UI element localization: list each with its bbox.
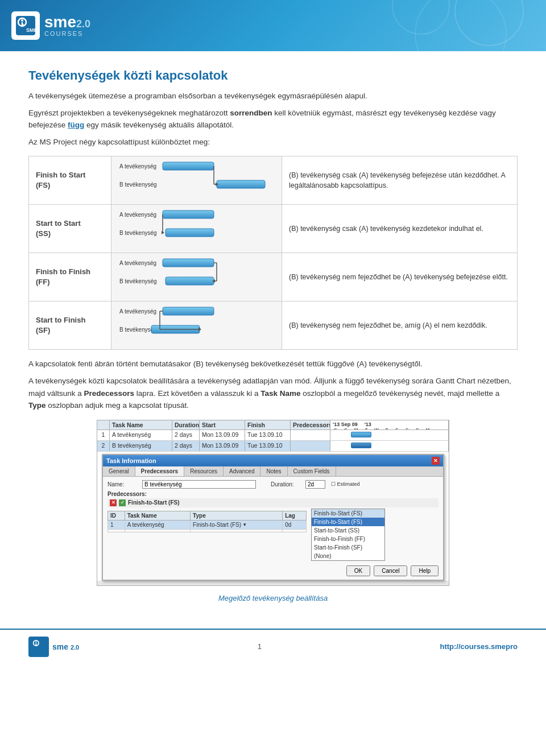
connection-row-ff: Finish to Finish(FF) A tevékenység B tev…: [29, 253, 517, 301]
conn-diagram-sf: A tevékenység B tevékenység: [111, 301, 282, 349]
logo-courses-text: courses: [44, 30, 90, 37]
dialog-pred-section-label: Predecessors:: [107, 491, 439, 497]
pred-cell-lag: 0d: [283, 520, 307, 529]
svg-text:A tevékenység: A tevékenység: [119, 308, 156, 315]
svg-rect-7: [163, 162, 214, 170]
logo-version: 2.0: [76, 18, 90, 30]
conn-desc-fs: (B) tevékenység csak (A) tevékenység bef…: [282, 156, 517, 204]
conn-label-fs: Finish to Start(FS): [29, 156, 111, 204]
pred-type-dropdown-arrow[interactable]: ▼: [242, 522, 247, 527]
dialog-tab-custom[interactable]: Custom Fields: [288, 466, 336, 476]
gantt-bar-b: [351, 443, 371, 448]
pred-header-row: ✕ ✓ Finish-to-Start (FS): [107, 498, 439, 507]
pred-cell-type: Finish-to-Start (FS) ▼: [191, 520, 283, 529]
svg-text:SME: SME: [26, 27, 36, 33]
conn-desc-ff: (B) tevékenység nem fejeződhet be (A) te…: [282, 253, 517, 301]
pred-row-empty: [108, 529, 307, 532]
pred-row-1[interactable]: 1 A tevékenység Finish-to-Start (FS) ▼ 0: [108, 520, 307, 529]
dialog-tab-general[interactable]: General: [103, 466, 135, 476]
msp-row-1: 1 A tevékenység 2 days Mon 13.09.09 Tue …: [97, 430, 449, 441]
dialog-name-label: Name:: [107, 481, 139, 488]
connection-row-fs: Finish to Start(FS) A tevékenység B tevé…: [29, 156, 517, 205]
pred-cell-id: 1: [108, 520, 125, 529]
page-title: Tevékenységek közti kapcsolatok: [28, 68, 518, 83]
body-text-3-end: oszlopban adjuk meg a kapcsolat típusát.: [46, 401, 189, 410]
pred-empty-2: [125, 529, 190, 532]
col-header-gantt: '13 Sep 09'13 SSMTWTFSSM: [330, 420, 449, 429]
pred-col-taskname: Task Name: [125, 511, 190, 520]
pred-col-id: ID: [108, 511, 125, 520]
pred-type-label: Finish-to-Start (FS): [128, 499, 180, 506]
dialog-body: Name: Duration: ☐ Estimated Predecessors…: [103, 477, 443, 580]
col-header-pred: Predecessors: [291, 420, 330, 429]
dialog-tabs: General Predecessors Resources Advanced …: [103, 466, 443, 477]
dialog-close-button[interactable]: ✕: [432, 457, 440, 465]
page-header: SME sme2.0 courses: [0, 0, 546, 51]
logo-text: sme2.0 courses: [44, 14, 90, 37]
dialog-name-input[interactable]: [142, 480, 256, 489]
msp-cell-finish-2: Tue 13.09.10: [245, 441, 291, 451]
main-content: Tevékenységek közti kapcsolatok A tevéke…: [0, 51, 546, 623]
dropdown-item-none[interactable]: (None): [312, 552, 384, 560]
connections-table: Finish to Start(FS) A tevékenység B tevé…: [28, 156, 518, 350]
conn-diagram-ss: A tevékenység B tevékenység: [111, 205, 282, 253]
msp-cell-start-1: Mon 13.09.09: [200, 430, 245, 440]
footer-logo: sme 2.0: [28, 637, 79, 657]
pred-type-value: Finish-to-Start (FS): [193, 522, 241, 528]
dropdown-item-ff[interactable]: Finish-to-Finish (FF): [312, 535, 384, 543]
conn-label-ff: Finish to Finish(FF): [29, 253, 111, 301]
pred-check-icon: ✓: [119, 499, 126, 506]
msp-cell-name-1: A tevékenység: [110, 430, 172, 440]
msp-grid-header: Task Name Duration Start Finish Predeces…: [97, 420, 449, 430]
svg-text:B tevékenység: B tevékenység: [119, 278, 157, 284]
pred-col-lag: Lag: [283, 511, 307, 520]
conn-desc-ss: (B) tevékenység csak (A) tevékenység kez…: [282, 205, 517, 253]
col-header-finish: Finish: [245, 420, 291, 429]
dropdown-item-fs[interactable]: Finish-to-Start (FS): [312, 509, 384, 518]
svg-rect-14: [163, 210, 214, 218]
dialog-name-field: Name: Duration: ☐ Estimated: [107, 480, 439, 489]
type-dropdown-list: Finish-to-Start (FS) Finish-to-Start (FS…: [311, 509, 385, 561]
svg-text:B tevékenység: B tevékenység: [119, 230, 157, 236]
conn-label-sf: Start to Finish(SF): [29, 301, 111, 349]
svg-text:A tevékenység: A tevékenység: [119, 163, 156, 170]
pred-empty-1: [108, 529, 125, 532]
msp-row-2: 2 B tevékenység 2 days Mon 13.09.09 Tue …: [97, 441, 449, 452]
predecessors-table: ID Task Name Type Lag 1 A tevékenység: [107, 511, 307, 532]
svg-point-2: [21, 19, 23, 22]
msp-cell-pred-2: [291, 441, 330, 451]
dropdown-item-ss[interactable]: Start-to-Start (SS): [312, 526, 384, 535]
dialog-estimated-check: ☐ Estimated: [331, 481, 360, 487]
dialog-tab-predecessors[interactable]: Predecessors: [135, 466, 185, 476]
svg-rect-20: [163, 259, 214, 267]
connection-row-ss: Start to Start(SS) A tevékenység B tevék…: [29, 205, 517, 253]
msp-cell-name-2: B tevékenység: [110, 441, 172, 451]
pred-col-type: Type: [191, 511, 283, 520]
msproject-mock: Task Name Duration Start Finish Predeces…: [97, 420, 449, 581]
svg-rect-28: [163, 307, 214, 315]
col-header-duration: Duration: [172, 420, 200, 429]
footer-logo-icon: [28, 637, 49, 657]
dialog-duration-input[interactable]: [305, 480, 325, 489]
svg-rect-16: [166, 229, 214, 237]
dialog-tab-advanced[interactable]: Advanced: [224, 466, 260, 476]
dialog-help-button[interactable]: Help: [411, 565, 439, 576]
dropdown-item-fs-selected[interactable]: Finish-to-Start (FS): [312, 518, 384, 526]
msp-cell-gantt-1: [330, 430, 449, 440]
body-text-2-bold: Predecessors: [84, 389, 135, 398]
pred-empty-3: [191, 529, 283, 532]
page-footer: sme 2.0 1 http://courses.smepro: [0, 629, 546, 664]
intro-paragraph-1: A tevékenységek ütemezése a programban e…: [28, 90, 518, 102]
dropdown-item-sf[interactable]: Start-to-Finish (SF): [312, 543, 384, 552]
dialog-title: Task Information: [106, 457, 156, 464]
dialog-titlebar: Task Information ✕: [103, 455, 443, 466]
svg-rect-9: [217, 180, 265, 188]
dialog-cancel-button[interactable]: Cancel: [374, 565, 407, 576]
logo-icon: SME: [11, 11, 40, 40]
dialog-ok-button[interactable]: OK: [346, 565, 370, 576]
intro2-end: egy másik tevékenység aktuális állapotát…: [84, 121, 234, 129]
dialog-tab-notes[interactable]: Notes: [260, 466, 287, 476]
intro2-before: Egyrészt projektekben a tevékenységeknek…: [28, 109, 230, 117]
dialog-tab-resources[interactable]: Resources: [184, 466, 224, 476]
pred-table-area: ID Task Name Type Lag 1 A tevékenység: [107, 509, 439, 561]
